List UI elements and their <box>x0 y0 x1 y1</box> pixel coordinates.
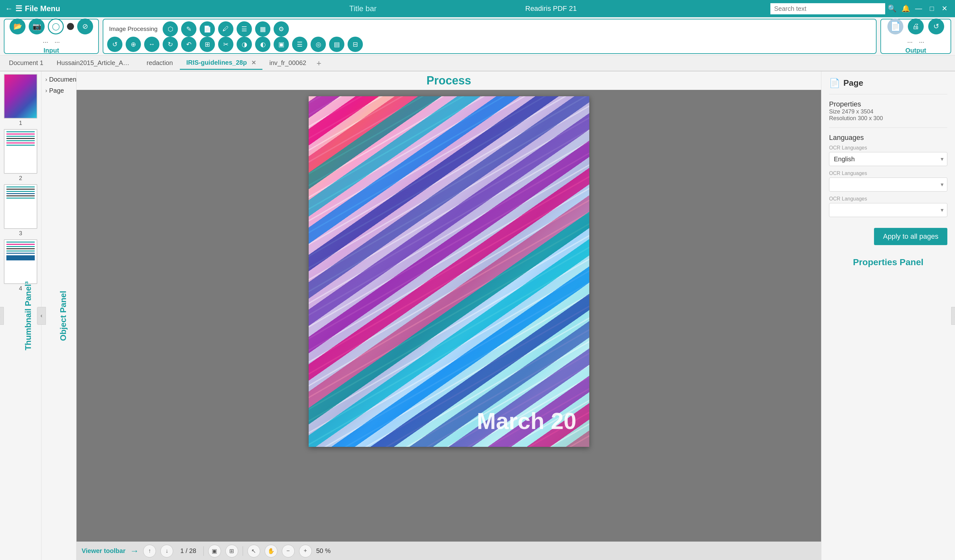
apply-btn-row: Apply to all pages <box>829 228 947 245</box>
ocr-lang-1-select[interactable]: English <box>829 152 947 166</box>
toolbar-btn-21[interactable]: ⊟ <box>348 37 363 52</box>
toolbar-btn-14[interactable]: ✂ <box>218 37 233 52</box>
page-info: 1 / 28 <box>178 547 199 555</box>
zoom-in-button[interactable]: + <box>299 545 312 557</box>
bell-icon[interactable]: 🔔 <box>902 5 910 13</box>
view-grid-button[interactable]: ⊞ <box>225 545 238 557</box>
close-button[interactable]: ✕ <box>939 3 950 14</box>
thumbnail-page-1[interactable]: 1 <box>3 74 38 127</box>
object-page-item[interactable]: › Page <box>44 85 74 96</box>
tab-inv[interactable]: inv_fr_00062 <box>263 57 313 70</box>
thumbnail-panel-label: Thumbnail Panel³ <box>23 281 33 350</box>
file-menu[interactable]: ← ☰ File Menu <box>5 4 60 13</box>
toolbar-btn-9[interactable]: ⊕ <box>126 37 141 52</box>
tab-hussain[interactable]: Hussain2015_Article_AComprehensiveSurvey… <box>50 57 140 70</box>
toolbar-btn-4[interactable]: 🖊 <box>218 21 233 37</box>
expand-properties-button[interactable]: › <box>951 307 955 325</box>
pointer-tool-button[interactable]: ↖ <box>247 545 260 557</box>
obj-document-label: Document <box>49 76 78 83</box>
tab-document1[interactable]: Document 1 <box>3 57 50 70</box>
toolbar-btn-12[interactable]: ↶ <box>181 37 196 52</box>
tab-hussain-label: Hussain2015_Article_AComprehensiveSurvey… <box>57 59 140 66</box>
tab-iris[interactable]: IRIS-guidelines_28p ✕ <box>180 56 262 70</box>
view-single-button[interactable]: ▣ <box>208 545 221 557</box>
settings-icon[interactable]: ⊘ <box>77 19 93 34</box>
apply-to-all-button[interactable]: Apply to all pages <box>874 228 947 245</box>
toolbar-btn-15[interactable]: ◑ <box>236 37 252 52</box>
tl-block <box>6 255 35 260</box>
tab-redaction-label: redaction <box>147 59 173 66</box>
tl <box>6 253 35 254</box>
toolbar-btn-10[interactable]: ↔ <box>144 37 160 52</box>
file-menu-label: File Menu <box>25 4 60 13</box>
tl <box>6 191 35 192</box>
zoom-out-button[interactable]: − <box>282 545 294 557</box>
toolbar-btn-17[interactable]: ▣ <box>274 37 289 52</box>
thumbnail-page-2[interactable]: 2 <box>3 129 38 181</box>
collapse-thumbnail-button[interactable]: ‹ <box>0 307 4 325</box>
input-section: 📂 📷 ◯ ⊘ ... ... Input <box>4 19 99 54</box>
minimize-button[interactable]: — <box>913 3 925 14</box>
tab-document1-label: Document 1 <box>9 59 43 66</box>
pan-tool-button[interactable]: ✋ <box>265 545 277 557</box>
toolbar-btn-20[interactable]: ▤ <box>329 37 344 52</box>
output-share-icon[interactable]: ↺ <box>928 19 944 34</box>
march-text: March 20 <box>477 408 576 434</box>
languages-section-title: Languages <box>829 133 947 142</box>
tab-inv-label: inv_fr_00062 <box>269 59 307 66</box>
toolbar-btn-1[interactable]: ⬡ <box>163 21 178 37</box>
toolbar-btn-7[interactable]: ⚙ <box>274 21 289 37</box>
toolbar-btn-3[interactable]: 📄 <box>200 21 215 37</box>
thumbnail-img-3 <box>4 184 37 229</box>
zoom-level: 50 % <box>316 547 331 555</box>
tl <box>6 186 35 188</box>
thumbnail-img-1 <box>4 74 37 119</box>
open-file-icon[interactable]: 📂 <box>9 19 25 34</box>
toolbar-btn-16[interactable]: ◐ <box>255 37 271 52</box>
viewer-toolbar-label: Viewer toolbar <box>81 547 125 555</box>
scan-icon[interactable]: 📷 <box>29 19 45 34</box>
page-down-button[interactable]: ↓ <box>160 545 173 557</box>
thumbnail-img-4 <box>4 239 37 284</box>
toolbar-btn-11[interactable]: ↻ <box>163 37 178 52</box>
properties-section: Properties Size 2479 x 3504 Resolution 3… <box>829 100 947 122</box>
thumb-content-1 <box>5 75 37 118</box>
ocr-lang-3-select[interactable] <box>829 203 947 217</box>
toolbar-btn-8[interactable]: ↺ <box>107 37 122 52</box>
toolbar-btn-18[interactable]: ☰ <box>292 37 307 52</box>
thumbnail-page-3[interactable]: 3 <box>3 184 38 237</box>
tl <box>6 142 35 144</box>
object-document-item[interactable]: › Document <box>44 74 74 85</box>
collapse-object-button[interactable]: ‹ <box>37 307 46 325</box>
document-canvas[interactable]: March 20 <box>77 90 821 541</box>
toolbar-btn-2[interactable]: ✎ <box>181 21 196 37</box>
app-name: Readiris PDF 21 <box>525 5 576 13</box>
toolbar-btn-13[interactable]: ⊞ <box>200 37 215 52</box>
tab-iris-close[interactable]: ✕ <box>251 59 256 66</box>
search-input[interactable] <box>770 3 885 14</box>
dot-icon <box>67 23 74 30</box>
toolbar-btn-6[interactable]: ▦ <box>255 21 271 37</box>
output-file-icon[interactable]: 📄 <box>888 19 903 34</box>
ocr-lang-2-select[interactable] <box>829 178 947 192</box>
ocr-lang-2-wrapper <box>829 178 947 192</box>
toolbar-btn-5[interactable]: ☰ <box>236 21 252 37</box>
search-icon[interactable]: 🔍 <box>888 5 896 13</box>
output-icon-row: 📄 🖨 ↺ <box>888 19 944 34</box>
toolbar-btn-19[interactable]: ◎ <box>311 37 326 52</box>
tab-redaction[interactable]: redaction <box>140 57 179 70</box>
output-print-icon[interactable]: 🖨 <box>908 19 924 34</box>
input-label: Input <box>44 47 59 54</box>
output-section: 📄 🖨 ↺ ... ... Output <box>880 19 951 54</box>
maximize-button[interactable]: □ <box>927 3 936 14</box>
ocr-lang-3-wrapper <box>829 203 947 217</box>
tl <box>6 131 35 132</box>
camera-icon[interactable]: ◯ <box>48 19 64 34</box>
input-dots: ... ... <box>43 37 59 44</box>
hamburger-icon: ☰ <box>15 4 22 13</box>
ocr-lang-3-label: OCR Languages <box>829 196 947 202</box>
tab-add-button[interactable]: + <box>313 58 324 68</box>
page-up-button[interactable]: ↑ <box>143 545 156 557</box>
input-icon-row: 📂 📷 ◯ ⊘ <box>9 19 93 34</box>
tl <box>6 189 35 190</box>
